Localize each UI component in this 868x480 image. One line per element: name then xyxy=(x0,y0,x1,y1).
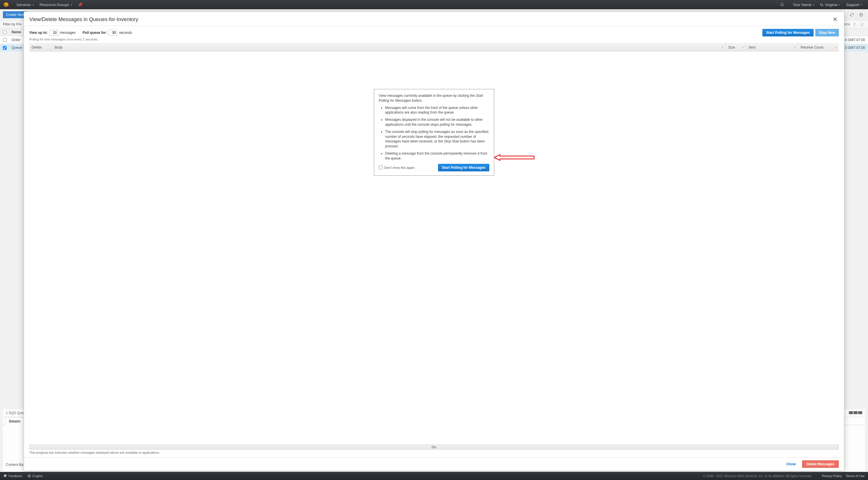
modal-title: View/Delete Messages in Queues-for-Inven… xyxy=(29,16,138,23)
nav-services[interactable]: Services ▾ xyxy=(13,3,37,7)
messages-table-header: Delete Body▾ Size▾ Sent▾ Receive Count▾ xyxy=(29,43,839,52)
seconds-suffix: seconds xyxy=(119,31,132,35)
poll-queue-label: Poll queue for: xyxy=(83,31,107,35)
sort-icon[interactable]: ▾ xyxy=(742,46,744,49)
col-sent: Sent xyxy=(748,45,756,49)
messages-body: View messages currently available in the… xyxy=(29,52,839,52)
nav-support[interactable]: Support ▾ xyxy=(843,3,865,7)
modal-overlay: View/Delete Messages in Queues-for-Inven… xyxy=(0,9,868,52)
nav-support-label: Support xyxy=(846,3,859,7)
nav-region-label: N. Virginia xyxy=(820,3,838,7)
chevron-down-icon: ▾ xyxy=(32,3,34,6)
nav-resource-groups[interactable]: Resource Groups ▾ xyxy=(37,3,75,7)
messages-suffix: messages xyxy=(60,31,76,35)
nav-user-label: Your Name xyxy=(793,3,812,7)
view-delete-modal: View/Delete Messages in Queues-for-Inven… xyxy=(24,11,844,52)
chevron-down-icon: ▾ xyxy=(839,3,840,6)
aws-logo-icon[interactable] xyxy=(3,1,9,8)
polling-note: Polling for new messages once every 2 se… xyxy=(24,38,844,43)
modal-controls: View up to: messages Poll queue for: sec… xyxy=(24,26,844,38)
modal-header: View/Delete Messages in Queues-for-Inven… xyxy=(24,12,844,26)
col-size: Size xyxy=(728,45,735,49)
chevron-down-icon: ▾ xyxy=(71,3,72,6)
col-receive-count: Receive Count xyxy=(801,45,824,49)
nav-pin-icon[interactable]: 📌 xyxy=(75,3,85,7)
sort-icon[interactable]: ▾ xyxy=(835,46,836,49)
notifications-icon[interactable] xyxy=(777,3,787,7)
view-up-to-label: View up to: xyxy=(29,31,48,35)
top-nav: Services ▾ Resource Groups ▾ 📌 Your Name… xyxy=(0,0,868,9)
poll-queue-input[interactable] xyxy=(108,30,117,36)
col-body: Body xyxy=(55,45,62,49)
sort-icon[interactable]: ▾ xyxy=(794,46,796,49)
nav-services-label: Services xyxy=(17,3,31,7)
view-up-to-input[interactable] xyxy=(50,30,58,36)
chevron-down-icon: ▾ xyxy=(861,3,862,6)
close-icon[interactable]: ✕ xyxy=(832,16,839,23)
nav-resource-groups-label: Resource Groups xyxy=(40,3,69,7)
chevron-down-icon: ▾ xyxy=(813,3,814,6)
nav-user[interactable]: Your Name ▾ xyxy=(790,3,817,7)
col-delete: Delete xyxy=(32,45,42,49)
start-polling-button[interactable]: Start Polling for Messages xyxy=(763,29,814,36)
sort-icon[interactable]: ▾ xyxy=(722,46,723,49)
nav-region[interactable]: N. Virginia ▾ xyxy=(817,3,843,7)
stop-now-button[interactable]: Stop Now xyxy=(815,29,839,36)
